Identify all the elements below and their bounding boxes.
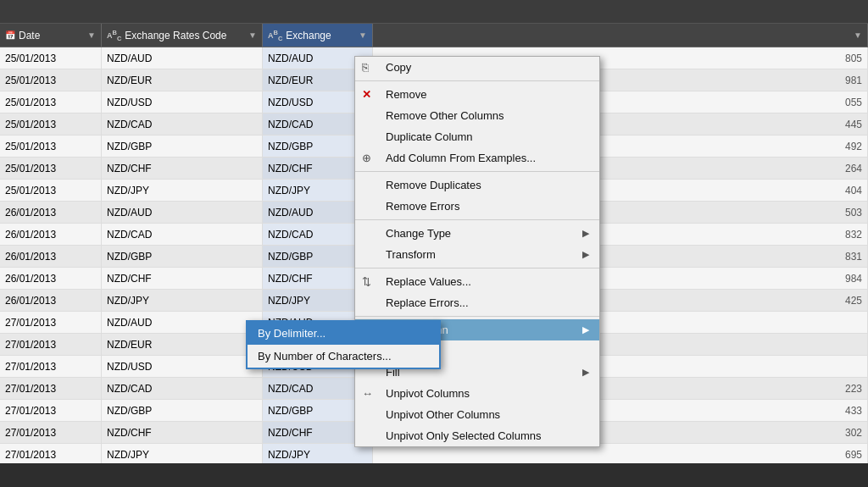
exchange-col-icon: ABC [268,29,282,42]
menu-label-duplicate-column: Duplicate Column [386,130,473,143]
menu-item-unpivot-columns[interactable]: ↔Unpivot Columns [355,383,599,404]
cell-date: 25/01/2013 [0,91,102,113]
submenu-arrow-transform: ▶ [582,249,589,260]
cell-rates: NZD/CHF [102,268,263,289]
col-rates-label: Exchange Rates Code [125,30,226,42]
menu-separator [355,316,599,317]
menu-item-remove-other-columns[interactable]: Remove Other Columns [355,105,599,126]
submenu-arrow-split-column: ▶ [582,324,589,335]
cell-date: 27/01/2013 [0,356,102,377]
date-col-icon: 📅 [5,30,15,40]
menu-item-remove-duplicates[interactable]: Remove Duplicates [355,174,599,196]
cell-date: 25/01/2013 [0,113,102,135]
submenu-item-by-number-chars[interactable]: By Number of Characters... [248,345,439,368]
cell-date: 27/01/2013 [0,422,102,443]
col-header-rates[interactable]: ABC Exchange Rates Code ▼ [102,24,263,47]
cell-rates: NZD/JPY [102,180,263,201]
cell-rates: NZD/AUD [102,312,263,333]
cell-rates: NZD/EUR [102,69,263,91]
menu-label-remove: Remove [386,88,426,101]
cell-date: 27/01/2013 [0,444,102,463]
cell-rates: NZD/USD [102,356,263,377]
menu-label-replace-errors: Replace Errors... [386,296,469,309]
cell-date: 27/01/2013 [0,334,102,355]
cell-date: 25/01/2013 [0,158,102,179]
rates-dropdown-icon[interactable]: ▼ [248,30,257,40]
menu-item-unpivot-only-selected[interactable]: Unpivot Only Selected Columns [355,425,599,446]
cell-rates: NZD/GBP [102,246,263,267]
menu-item-transform[interactable]: Transform▶ [355,244,599,265]
menu-item-replace-errors[interactable]: Replace Errors... [355,292,599,313]
copy-icon: ⎘ [362,61,369,74]
menu-label-unpivot-columns: Unpivot Columns [386,387,470,400]
cell-date: 25/01/2013 [0,69,102,91]
col-header-date[interactable]: 📅 Date ▼ [0,24,102,47]
cell-rates: NZD/CHF [102,158,263,179]
menu-item-replace-values[interactable]: ⇅Replace Values... [355,271,599,292]
menu-item-copy[interactable]: ⎘Copy [355,57,599,78]
exchange-dropdown-icon[interactable]: ▼ [359,30,367,40]
cell-rates: NZD/CAD [102,378,263,399]
cell-date: 27/01/2013 [0,400,102,421]
cell-rates: NZD/JPY [102,290,263,311]
submenu-arrow-change-type: ▶ [582,228,589,239]
menu-separator [355,171,599,172]
menu-item-unpivot-other-columns[interactable]: Unpivot Other Columns [355,404,599,425]
unpivot-icon: ↔ [362,387,373,400]
cell-rates: NZD/CAD [102,113,263,135]
menu-item-duplicate-column[interactable]: Duplicate Column [355,126,599,147]
col-date-label: Date [19,30,40,42]
menu-label-copy: Copy [386,61,411,74]
menu-label-transform: Transform [386,248,436,261]
menu-item-remove-errors[interactable]: Remove Errors [355,196,599,217]
menu-label-unpivot-other-columns: Unpivot Other Columns [386,408,500,421]
cell-date: 26/01/2013 [0,290,102,311]
menu-label-add-column-examples: Add Column From Examples... [386,152,536,164]
submenu-label-by-delimiter: By Delimiter... [258,327,326,340]
menu-label-replace-values: Replace Values... [386,275,471,288]
cell-rates: NZD/AUD [102,202,263,223]
cell-date: 25/01/2013 [0,180,102,201]
cell-rates: NZD/JPY [102,444,263,463]
menu-item-remove[interactable]: ✕Remove [355,84,599,105]
submenu-item-by-delimiter[interactable]: By Delimiter... [248,322,439,345]
cell-date: 27/01/2013 [0,312,102,333]
menu-label-change-type: Change Type [386,227,451,240]
rest-dropdown-icon[interactable]: ▼ [854,30,862,40]
col-header-rest: ▼ [373,24,868,47]
cell-date: 25/01/2013 [0,136,102,157]
menu-item-add-column-examples[interactable]: ⊕Add Column From Examples... [355,147,599,169]
submenu-arrow-fill: ▶ [582,367,589,378]
table-area: 📅 Date ▼ ABC Exchange Rates Code ▼ ABC E… [0,24,868,463]
cell-rates: NZD/GBP [102,136,263,157]
column-headers: 📅 Date ▼ ABC Exchange Rates Code ▼ ABC E… [0,24,868,47]
cell-rates: NZD/USD [102,91,263,113]
remove-icon: ✕ [362,88,371,101]
cell-rates: NZD/GBP [102,400,263,421]
replace-values-icon: ⇅ [362,275,371,288]
formula-bar [0,0,868,24]
cell-date: 26/01/2013 [0,268,102,289]
cell-rates: NZD/EUR [102,334,263,355]
cell-date: 27/01/2013 [0,378,102,399]
add-col-icon: ⊕ [362,152,371,164]
cell-date: 26/01/2013 [0,202,102,223]
menu-separator [355,219,599,220]
menu-separator [355,268,599,268]
menu-separator [355,80,599,81]
context-menu: ⎘Copy✕RemoveRemove Other ColumnsDuplicat… [354,56,600,447]
menu-label-remove-duplicates: Remove Duplicates [386,179,481,191]
cell-date: 26/01/2013 [0,246,102,267]
cell-rates: NZD/CAD [102,224,263,245]
rates-col-icon: ABC [107,29,121,42]
split-column-submenu: By Delimiter...By Number of Characters..… [246,320,441,369]
menu-item-change-type[interactable]: Change Type▶ [355,223,599,244]
date-dropdown-icon[interactable]: ▼ [87,30,96,40]
cell-date: 25/01/2013 [0,47,102,69]
menu-label-remove-errors: Remove Errors [386,200,459,213]
cell-rates: NZD/CHF [102,422,263,443]
menu-label-remove-other-columns: Remove Other Columns [386,109,504,122]
cell-date: 26/01/2013 [0,224,102,245]
col-header-exchange[interactable]: ABC Exchange ▼ [263,24,373,47]
main-area: 📅 Date ▼ ABC Exchange Rates Code ▼ ABC E… [0,0,868,463]
